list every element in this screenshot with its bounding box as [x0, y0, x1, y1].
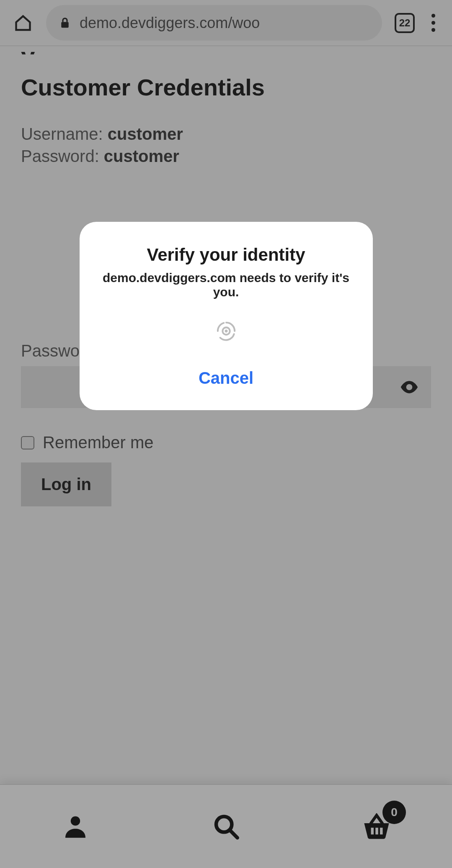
svg-point-8 — [225, 330, 227, 333]
dialog-title: Verify your identity — [96, 245, 356, 265]
fingerprint-spinner-icon — [211, 316, 241, 346]
verify-identity-dialog: Verify your identity demo.devdiggers.com… — [80, 222, 373, 410]
modal-overlay[interactable]: Verify your identity demo.devdiggers.com… — [0, 0, 452, 868]
dialog-subtitle: demo.devdiggers.com needs to verify it's… — [96, 271, 356, 299]
cancel-button[interactable]: Cancel — [190, 363, 262, 393]
